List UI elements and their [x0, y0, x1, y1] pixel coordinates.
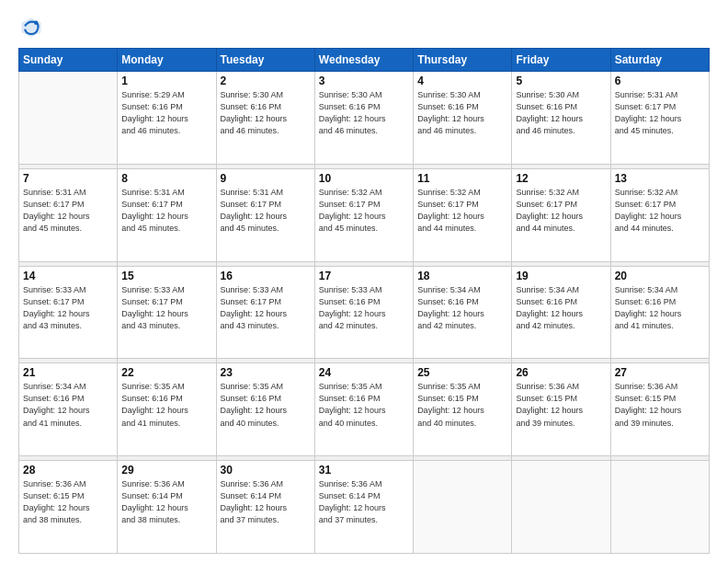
day-info: Sunrise: 5:35 AM Sunset: 6:16 PM Dayligh…: [121, 381, 211, 429]
day-info: Sunrise: 5:31 AM Sunset: 6:17 PM Dayligh…: [221, 187, 311, 235]
day-info: Sunrise: 5:36 AM Sunset: 6:14 PM Dayligh…: [221, 478, 311, 526]
day-info: Sunrise: 5:32 AM Sunset: 6:17 PM Dayligh…: [516, 187, 606, 235]
calendar-cell: 28Sunrise: 5:36 AM Sunset: 6:15 PM Dayli…: [19, 461, 118, 554]
calendar-cell: 9Sunrise: 5:31 AM Sunset: 6:17 PM Daylig…: [216, 168, 314, 261]
day-info: Sunrise: 5:35 AM Sunset: 6:15 PM Dayligh…: [417, 381, 507, 429]
weekday-header-friday: Friday: [512, 49, 610, 72]
page: SundayMondayTuesdayWednesdayThursdayFrid…: [0, 0, 728, 563]
day-info: Sunrise: 5:30 AM Sunset: 6:16 PM Dayligh…: [221, 89, 311, 137]
calendar-cell: 16Sunrise: 5:33 AM Sunset: 6:17 PM Dayli…: [216, 266, 314, 359]
logo-icon: [18, 15, 44, 40]
day-info: Sunrise: 5:35 AM Sunset: 6:16 PM Dayligh…: [221, 381, 311, 429]
day-number: 19: [516, 270, 606, 282]
calendar-cell: 7Sunrise: 5:31 AM Sunset: 6:17 PM Daylig…: [19, 168, 118, 261]
calendar-cell: 15Sunrise: 5:33 AM Sunset: 6:17 PM Dayli…: [118, 266, 216, 359]
calendar-cell: 25Sunrise: 5:35 AM Sunset: 6:15 PM Dayli…: [414, 363, 512, 456]
day-info: Sunrise: 5:33 AM Sunset: 6:17 PM Dayligh…: [23, 284, 113, 332]
weekday-header-wednesday: Wednesday: [314, 49, 413, 72]
calendar-cell: 31Sunrise: 5:36 AM Sunset: 6:14 PM Dayli…: [314, 461, 413, 554]
day-number: 15: [121, 270, 211, 282]
day-number: 29: [121, 464, 211, 477]
calendar-cell: 13Sunrise: 5:32 AM Sunset: 6:17 PM Dayli…: [610, 168, 709, 261]
day-number: 20: [615, 270, 705, 282]
day-info: Sunrise: 5:36 AM Sunset: 6:14 PM Dayligh…: [319, 478, 409, 526]
day-number: 7: [23, 172, 113, 185]
calendar-cell: 4Sunrise: 5:30 AM Sunset: 6:16 PM Daylig…: [414, 72, 512, 165]
header: [18, 15, 710, 40]
day-info: Sunrise: 5:30 AM Sunset: 6:16 PM Dayligh…: [417, 89, 507, 137]
day-info: Sunrise: 5:34 AM Sunset: 6:16 PM Dayligh…: [516, 284, 606, 332]
day-number: 21: [23, 366, 113, 379]
day-number: 10: [319, 172, 409, 185]
day-info: Sunrise: 5:29 AM Sunset: 6:16 PM Dayligh…: [121, 89, 211, 137]
day-info: Sunrise: 5:36 AM Sunset: 6:15 PM Dayligh…: [615, 381, 705, 429]
day-info: Sunrise: 5:31 AM Sunset: 6:17 PM Dayligh…: [121, 187, 211, 235]
calendar-cell: 8Sunrise: 5:31 AM Sunset: 6:17 PM Daylig…: [118, 168, 216, 261]
day-info: Sunrise: 5:32 AM Sunset: 6:17 PM Dayligh…: [319, 187, 409, 235]
calendar-cell: 11Sunrise: 5:32 AM Sunset: 6:17 PM Dayli…: [414, 168, 512, 261]
calendar-cell: 30Sunrise: 5:36 AM Sunset: 6:14 PM Dayli…: [216, 461, 314, 554]
day-number: 1: [121, 75, 211, 87]
svg-point-1: [34, 21, 38, 25]
day-info: Sunrise: 5:31 AM Sunset: 6:17 PM Dayligh…: [23, 187, 113, 235]
day-number: 22: [121, 366, 211, 379]
calendar-cell: 1Sunrise: 5:29 AM Sunset: 6:16 PM Daylig…: [118, 72, 216, 165]
day-info: Sunrise: 5:33 AM Sunset: 6:17 PM Dayligh…: [221, 284, 311, 332]
calendar-cell: 19Sunrise: 5:34 AM Sunset: 6:16 PM Dayli…: [512, 266, 610, 359]
day-info: Sunrise: 5:36 AM Sunset: 6:14 PM Dayligh…: [121, 478, 211, 526]
weekday-header-saturday: Saturday: [610, 49, 709, 72]
calendar-week-2: 7Sunrise: 5:31 AM Sunset: 6:17 PM Daylig…: [19, 168, 710, 261]
weekday-header-row: SundayMondayTuesdayWednesdayThursdayFrid…: [19, 49, 710, 72]
calendar-cell: [610, 461, 709, 554]
day-info: Sunrise: 5:30 AM Sunset: 6:16 PM Dayligh…: [516, 89, 606, 137]
day-number: 13: [615, 172, 705, 185]
calendar-cell: 23Sunrise: 5:35 AM Sunset: 6:16 PM Dayli…: [216, 363, 314, 456]
weekday-header-monday: Monday: [118, 49, 216, 72]
day-number: 17: [319, 270, 409, 282]
calendar-cell: 22Sunrise: 5:35 AM Sunset: 6:16 PM Dayli…: [118, 363, 216, 456]
day-number: 8: [121, 172, 211, 185]
day-info: Sunrise: 5:36 AM Sunset: 6:15 PM Dayligh…: [516, 381, 606, 429]
weekday-header-sunday: Sunday: [19, 49, 118, 72]
day-info: Sunrise: 5:30 AM Sunset: 6:16 PM Dayligh…: [319, 89, 409, 137]
day-number: 18: [417, 270, 507, 282]
day-number: 30: [221, 464, 311, 477]
day-info: Sunrise: 5:34 AM Sunset: 6:16 PM Dayligh…: [615, 284, 705, 332]
calendar-cell: 26Sunrise: 5:36 AM Sunset: 6:15 PM Dayli…: [512, 363, 610, 456]
day-number: 4: [417, 75, 507, 87]
day-info: Sunrise: 5:32 AM Sunset: 6:17 PM Dayligh…: [615, 187, 705, 235]
day-number: 24: [319, 366, 409, 379]
weekday-header-thursday: Thursday: [414, 49, 512, 72]
day-number: 9: [221, 172, 311, 185]
day-number: 2: [221, 75, 311, 87]
day-info: Sunrise: 5:32 AM Sunset: 6:17 PM Dayligh…: [417, 187, 507, 235]
day-number: 14: [23, 270, 113, 282]
day-number: 31: [319, 464, 409, 477]
calendar-cell: 29Sunrise: 5:36 AM Sunset: 6:14 PM Dayli…: [118, 461, 216, 554]
weekday-header-tuesday: Tuesday: [216, 49, 314, 72]
logo: [18, 15, 48, 40]
day-number: 25: [417, 366, 507, 379]
calendar-week-1: 1Sunrise: 5:29 AM Sunset: 6:16 PM Daylig…: [19, 72, 710, 165]
day-number: 3: [319, 75, 409, 87]
day-info: Sunrise: 5:36 AM Sunset: 6:15 PM Dayligh…: [23, 478, 113, 526]
calendar-cell: 27Sunrise: 5:36 AM Sunset: 6:15 PM Dayli…: [610, 363, 709, 456]
calendar-week-3: 14Sunrise: 5:33 AM Sunset: 6:17 PM Dayli…: [19, 266, 710, 359]
calendar-cell: 3Sunrise: 5:30 AM Sunset: 6:16 PM Daylig…: [314, 72, 413, 165]
calendar-cell: 6Sunrise: 5:31 AM Sunset: 6:17 PM Daylig…: [610, 72, 709, 165]
day-info: Sunrise: 5:35 AM Sunset: 6:16 PM Dayligh…: [319, 381, 409, 429]
calendar-cell: 21Sunrise: 5:34 AM Sunset: 6:16 PM Dayli…: [19, 363, 118, 456]
day-number: 6: [615, 75, 705, 87]
calendar-cell: [512, 461, 610, 554]
day-info: Sunrise: 5:34 AM Sunset: 6:16 PM Dayligh…: [417, 284, 507, 332]
day-number: 26: [516, 366, 606, 379]
calendar-cell: 2Sunrise: 5:30 AM Sunset: 6:16 PM Daylig…: [216, 72, 314, 165]
calendar-cell: 10Sunrise: 5:32 AM Sunset: 6:17 PM Dayli…: [314, 168, 413, 261]
day-info: Sunrise: 5:33 AM Sunset: 6:17 PM Dayligh…: [121, 284, 211, 332]
day-number: 23: [221, 366, 311, 379]
day-info: Sunrise: 5:34 AM Sunset: 6:16 PM Dayligh…: [23, 381, 113, 429]
day-number: 28: [23, 464, 113, 477]
calendar-cell: 17Sunrise: 5:33 AM Sunset: 6:16 PM Dayli…: [314, 266, 413, 359]
day-number: 11: [417, 172, 507, 185]
calendar-cell: [414, 461, 512, 554]
